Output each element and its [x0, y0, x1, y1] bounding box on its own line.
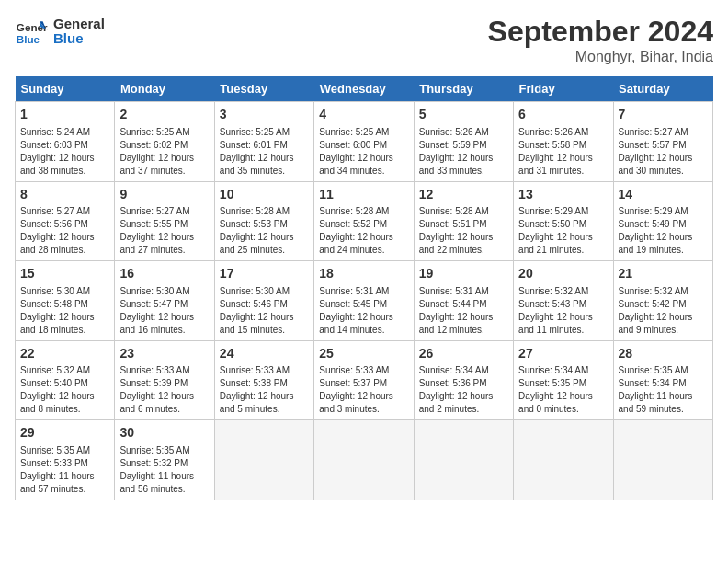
column-header-monday: Monday — [115, 76, 214, 102]
day-info: Sunrise: 5:25 AM Sunset: 6:02 PM Dayligh… — [119, 126, 209, 178]
logo-blue: Blue — [53, 31, 105, 47]
day-number: 7 — [619, 106, 708, 124]
calendar-cell — [314, 420, 414, 500]
day-info: Sunrise: 5:33 AM Sunset: 5:39 PM Dayligh… — [119, 364, 209, 416]
logo: General Blue General Blue — [15, 15, 105, 48]
day-number: 25 — [319, 345, 408, 363]
day-info: Sunrise: 5:27 AM Sunset: 5:57 PM Dayligh… — [619, 126, 708, 178]
title-block: September 2024 Monghyr, Bihar, India — [488, 15, 713, 65]
calendar-cell: 21Sunrise: 5:32 AM Sunset: 5:42 PM Dayli… — [613, 261, 712, 341]
calendar-cell: 17Sunrise: 5:30 AM Sunset: 5:46 PM Dayli… — [214, 261, 313, 341]
calendar-cell: 16Sunrise: 5:30 AM Sunset: 5:47 PM Dayli… — [115, 261, 214, 341]
day-number: 21 — [619, 265, 708, 283]
column-header-wednesday: Wednesday — [314, 76, 414, 102]
day-info: Sunrise: 5:34 AM Sunset: 5:35 PM Dayligh… — [518, 364, 608, 416]
calendar-cell: 10Sunrise: 5:28 AM Sunset: 5:53 PM Dayli… — [214, 181, 313, 261]
column-header-friday: Friday — [514, 76, 613, 102]
calendar-week-1: 1Sunrise: 5:24 AM Sunset: 6:03 PM Daylig… — [16, 102, 713, 182]
logo-icon: General Blue — [15, 15, 48, 48]
day-number: 24 — [220, 345, 309, 363]
day-number: 2 — [119, 106, 209, 124]
day-info: Sunrise: 5:33 AM Sunset: 5:38 PM Dayligh… — [220, 364, 309, 416]
day-info: Sunrise: 5:35 AM Sunset: 5:33 PM Dayligh… — [20, 444, 109, 496]
day-info: Sunrise: 5:31 AM Sunset: 5:45 PM Dayligh… — [319, 285, 408, 337]
day-number: 22 — [20, 345, 109, 363]
column-header-tuesday: Tuesday — [214, 76, 313, 102]
calendar-cell: 4Sunrise: 5:25 AM Sunset: 6:00 PM Daylig… — [314, 102, 414, 182]
day-info: Sunrise: 5:35 AM Sunset: 5:32 PM Dayligh… — [119, 444, 209, 496]
calendar-cell: 15Sunrise: 5:30 AM Sunset: 5:48 PM Dayli… — [16, 261, 115, 341]
day-info: Sunrise: 5:26 AM Sunset: 5:59 PM Dayligh… — [419, 126, 508, 178]
calendar-cell: 29Sunrise: 5:35 AM Sunset: 5:33 PM Dayli… — [16, 420, 115, 500]
day-number: 12 — [419, 186, 508, 204]
calendar-week-2: 8Sunrise: 5:27 AM Sunset: 5:56 PM Daylig… — [16, 181, 713, 261]
day-info: Sunrise: 5:34 AM Sunset: 5:36 PM Dayligh… — [419, 364, 508, 416]
calendar-cell: 28Sunrise: 5:35 AM Sunset: 5:34 PM Dayli… — [613, 340, 712, 420]
day-info: Sunrise: 5:28 AM Sunset: 5:53 PM Dayligh… — [220, 205, 309, 257]
day-info: Sunrise: 5:32 AM Sunset: 5:40 PM Dayligh… — [20, 364, 109, 416]
day-number: 16 — [119, 265, 209, 283]
month-title: September 2024 — [488, 15, 713, 49]
day-number: 26 — [419, 345, 508, 363]
calendar-cell: 20Sunrise: 5:32 AM Sunset: 5:43 PM Dayli… — [514, 261, 613, 341]
calendar-cell: 3Sunrise: 5:25 AM Sunset: 6:01 PM Daylig… — [214, 102, 313, 182]
logo-general: General — [53, 17, 105, 32]
calendar-cell: 25Sunrise: 5:33 AM Sunset: 5:37 PM Dayli… — [314, 340, 414, 420]
day-number: 19 — [419, 265, 508, 283]
calendar-cell — [214, 420, 313, 500]
calendar-cell: 19Sunrise: 5:31 AM Sunset: 5:44 PM Dayli… — [414, 261, 513, 341]
day-number: 27 — [518, 345, 608, 363]
day-number: 13 — [518, 186, 608, 204]
calendar-cell: 1Sunrise: 5:24 AM Sunset: 6:03 PM Daylig… — [16, 102, 115, 182]
day-number: 30 — [119, 424, 209, 442]
day-number: 4 — [319, 106, 408, 124]
day-info: Sunrise: 5:35 AM Sunset: 5:34 PM Dayligh… — [619, 364, 708, 416]
day-number: 20 — [518, 265, 608, 283]
day-number: 17 — [220, 265, 309, 283]
calendar-cell: 26Sunrise: 5:34 AM Sunset: 5:36 PM Dayli… — [414, 340, 513, 420]
day-number: 1 — [20, 106, 109, 124]
day-info: Sunrise: 5:32 AM Sunset: 5:42 PM Dayligh… — [619, 285, 708, 337]
calendar-cell: 7Sunrise: 5:27 AM Sunset: 5:57 PM Daylig… — [613, 102, 712, 182]
calendar-cell: 5Sunrise: 5:26 AM Sunset: 5:59 PM Daylig… — [414, 102, 513, 182]
calendar-cell — [514, 420, 613, 500]
day-info: Sunrise: 5:27 AM Sunset: 5:55 PM Dayligh… — [119, 205, 209, 257]
calendar-cell: 12Sunrise: 5:28 AM Sunset: 5:51 PM Dayli… — [414, 181, 513, 261]
day-info: Sunrise: 5:25 AM Sunset: 6:01 PM Dayligh… — [220, 126, 309, 178]
calendar-cell: 27Sunrise: 5:34 AM Sunset: 5:35 PM Dayli… — [514, 340, 613, 420]
day-info: Sunrise: 5:24 AM Sunset: 6:03 PM Dayligh… — [20, 126, 109, 178]
day-number: 9 — [119, 186, 209, 204]
page-header: General Blue General Blue September 2024… — [15, 15, 713, 65]
calendar-table: SundayMondayTuesdayWednesdayThursdayFrid… — [15, 76, 713, 500]
calendar-cell: 6Sunrise: 5:26 AM Sunset: 5:58 PM Daylig… — [514, 102, 613, 182]
day-info: Sunrise: 5:29 AM Sunset: 5:50 PM Dayligh… — [518, 205, 608, 257]
calendar-week-3: 15Sunrise: 5:30 AM Sunset: 5:48 PM Dayli… — [16, 261, 713, 341]
day-info: Sunrise: 5:33 AM Sunset: 5:37 PM Dayligh… — [319, 364, 408, 416]
calendar-cell: 13Sunrise: 5:29 AM Sunset: 5:50 PM Dayli… — [514, 181, 613, 261]
day-info: Sunrise: 5:30 AM Sunset: 5:48 PM Dayligh… — [20, 285, 109, 337]
column-header-saturday: Saturday — [613, 76, 712, 102]
day-info: Sunrise: 5:27 AM Sunset: 5:56 PM Dayligh… — [20, 205, 109, 257]
day-number: 10 — [220, 186, 309, 204]
day-info: Sunrise: 5:29 AM Sunset: 5:49 PM Dayligh… — [619, 205, 708, 257]
calendar-cell: 18Sunrise: 5:31 AM Sunset: 5:45 PM Dayli… — [314, 261, 414, 341]
day-info: Sunrise: 5:30 AM Sunset: 5:47 PM Dayligh… — [119, 285, 209, 337]
calendar-cell: 11Sunrise: 5:28 AM Sunset: 5:52 PM Dayli… — [314, 181, 414, 261]
column-header-sunday: Sunday — [16, 76, 115, 102]
day-number: 29 — [20, 424, 109, 442]
day-info: Sunrise: 5:28 AM Sunset: 5:51 PM Dayligh… — [419, 205, 508, 257]
calendar-cell: 9Sunrise: 5:27 AM Sunset: 5:55 PM Daylig… — [115, 181, 214, 261]
day-number: 3 — [220, 106, 309, 124]
calendar-cell — [414, 420, 513, 500]
calendar-cell: 24Sunrise: 5:33 AM Sunset: 5:38 PM Dayli… — [214, 340, 313, 420]
calendar-cell: 30Sunrise: 5:35 AM Sunset: 5:32 PM Dayli… — [115, 420, 214, 500]
day-number: 23 — [119, 345, 209, 363]
calendar-week-5: 29Sunrise: 5:35 AM Sunset: 5:33 PM Dayli… — [16, 420, 713, 500]
svg-text:Blue: Blue — [17, 33, 40, 45]
day-info: Sunrise: 5:31 AM Sunset: 5:44 PM Dayligh… — [419, 285, 508, 337]
location: Monghyr, Bihar, India — [488, 49, 713, 65]
calendar-cell — [613, 420, 712, 500]
day-info: Sunrise: 5:30 AM Sunset: 5:46 PM Dayligh… — [220, 285, 309, 337]
calendar-cell: 23Sunrise: 5:33 AM Sunset: 5:39 PM Dayli… — [115, 340, 214, 420]
calendar-cell: 8Sunrise: 5:27 AM Sunset: 5:56 PM Daylig… — [16, 181, 115, 261]
